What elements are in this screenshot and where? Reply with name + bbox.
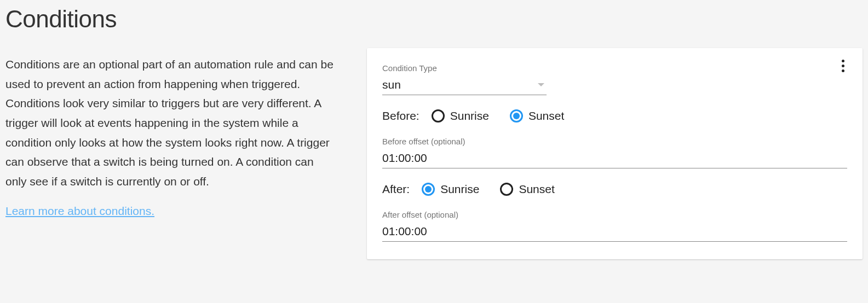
dots-vertical-icon <box>842 60 844 62</box>
before-sunset-radio[interactable]: Sunset <box>510 109 564 123</box>
condition-card: Condition Type sun Before: Sunrise Sunse… <box>367 48 863 259</box>
before-radio-group: Before: Sunrise Sunset <box>382 109 847 123</box>
after-offset-label: After offset (optional) <box>382 210 847 219</box>
page-title: Conditions <box>5 5 334 33</box>
after-sunrise-radio[interactable]: Sunrise <box>422 183 479 196</box>
condition-type-value: sun <box>382 78 538 91</box>
before-label: Before: <box>382 109 419 123</box>
after-sunset-radio[interactable]: Sunset <box>500 183 554 196</box>
radio-icon <box>500 183 513 196</box>
condition-type-select[interactable]: sun <box>382 76 547 95</box>
condition-type-label: Condition Type <box>382 63 847 73</box>
radio-icon <box>432 109 445 123</box>
radio-icon <box>422 183 435 196</box>
after-offset-input[interactable] <box>382 223 847 242</box>
after-radio-group: After: Sunrise Sunset <box>382 183 847 196</box>
before-sunset-label: Sunset <box>528 109 564 123</box>
before-offset-label: Before offset (optional) <box>382 137 847 146</box>
learn-more-link[interactable]: Learn more about conditions. <box>5 205 154 217</box>
conditions-description: Conditions are an optional part of an au… <box>5 55 334 191</box>
before-sunrise-label: Sunrise <box>450 109 489 123</box>
chevron-down-icon <box>538 83 544 86</box>
radio-icon <box>510 109 523 123</box>
after-label: After: <box>382 183 410 196</box>
after-sunrise-label: Sunrise <box>440 183 479 196</box>
before-sunrise-radio[interactable]: Sunrise <box>432 109 489 123</box>
before-offset-input[interactable] <box>382 149 847 168</box>
more-options-button[interactable] <box>833 56 853 75</box>
after-sunset-label: Sunset <box>519 183 554 196</box>
